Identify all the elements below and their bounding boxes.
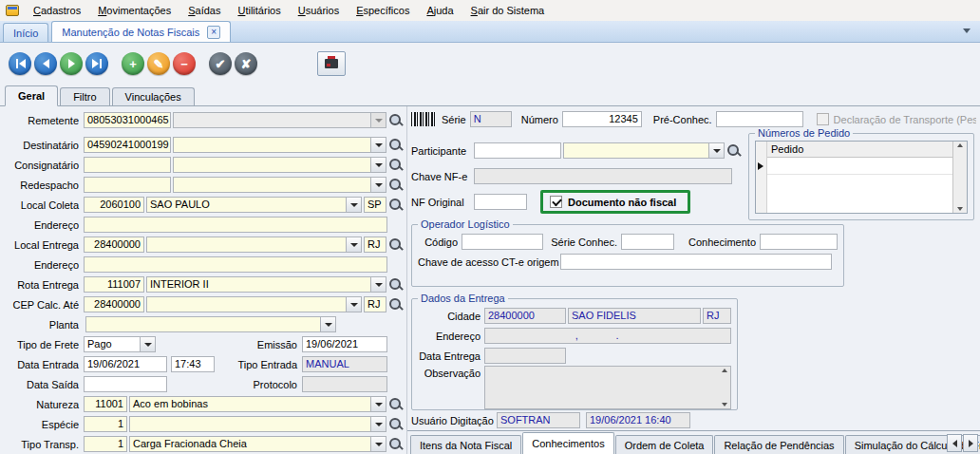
menu-cadastros[interactable]: Cadastros <box>25 2 89 19</box>
natureza-search-icon[interactable] <box>387 397 405 412</box>
emissao-input[interactable]: 19/06/2021 <box>302 336 387 352</box>
tipo-transp-code-input[interactable]: 1 <box>84 436 127 452</box>
menu-movimentacoes[interactable]: Movimentações <box>89 2 179 19</box>
data-entrada-date-input[interactable]: 19/06/2021 <box>84 356 167 372</box>
tabs-scroll-right-button[interactable] <box>963 434 978 452</box>
tipo-transp-combo[interactable]: Carga Fracionada Cheia <box>129 436 386 452</box>
natureza-code-input[interactable]: 11001 <box>84 396 127 412</box>
consignatario-combo[interactable] <box>173 157 386 173</box>
data-entrada-time-input[interactable]: 17:43 <box>171 356 215 372</box>
especie-search-icon[interactable] <box>387 417 405 432</box>
edit-record-button[interactable]: ✎ <box>147 52 170 75</box>
menu-usuarios[interactable]: Usuários <box>290 2 348 19</box>
conhecimento-input[interactable] <box>760 234 838 250</box>
rota-entrega-combo-arrow-icon[interactable] <box>370 277 386 292</box>
natureza-combo[interactable]: Aco em bobinas <box>129 396 386 412</box>
obs-scroll-up-icon[interactable] <box>722 369 727 372</box>
redespacho-combo[interactable] <box>173 177 386 193</box>
consignatario-search-icon[interactable] <box>387 158 405 173</box>
local-coleta-search-icon[interactable] <box>387 198 405 213</box>
pedido-grid[interactable]: Pedido <box>755 141 968 214</box>
data-saida-input[interactable] <box>84 376 167 392</box>
rota-entrega-search-icon[interactable] <box>387 277 405 293</box>
planta-combo[interactable] <box>85 316 336 332</box>
remetente-code-input[interactable]: 08053031000465 <box>84 112 171 128</box>
tab-inicio[interactable]: Início <box>3 23 48 42</box>
chave-cte-input[interactable] <box>560 254 832 270</box>
tab-conhecimentos[interactable]: Conhecimentos <box>522 432 613 454</box>
local-entrega-search-icon[interactable] <box>387 237 405 253</box>
pre-conhec-input[interactable] <box>716 111 803 127</box>
doc-nao-fiscal-checkbox[interactable] <box>550 196 562 208</box>
redespacho-combo-arrow-icon[interactable] <box>370 178 386 192</box>
tab-itens-da-nota-fiscal[interactable]: Itens da Nota Fiscal <box>410 435 521 454</box>
local-coleta-code-input[interactable]: 2060100 <box>84 197 144 213</box>
endereco-coleta-input[interactable] <box>84 217 387 233</box>
tipo-frete-combo[interactable]: Pago <box>84 336 156 352</box>
observacao-scrollbar[interactable] <box>718 367 730 408</box>
tab-ordem-de-coleta[interactable]: Ordem de Coleta <box>615 435 714 454</box>
insert-record-button[interactable]: + <box>122 52 144 75</box>
confirm-button[interactable]: ✔ <box>209 52 232 75</box>
destinatario-code-input[interactable]: 04590241000199 <box>84 137 171 153</box>
tab-manutencao-notas-fiscais[interactable]: Manutenção de Notas Fiscais × <box>51 21 231 42</box>
participante-combo-arrow-icon[interactable] <box>708 143 724 158</box>
delete-record-button[interactable]: − <box>173 52 196 75</box>
pedido-row[interactable] <box>767 158 952 175</box>
scroll-down-icon[interactable] <box>957 207 963 211</box>
rota-entrega-code-input[interactable]: 111007 <box>84 276 144 293</box>
especie-code-input[interactable]: 1 <box>84 416 127 432</box>
local-entrega-uf-input[interactable]: RJ <box>364 236 386 253</box>
especie-combo[interactable] <box>129 416 386 432</box>
local-entrega-code-input[interactable]: 28400000 <box>84 236 144 253</box>
menu-especificos[interactable]: Específicos <box>348 2 418 19</box>
subtab-vinculacoes[interactable]: Vinculações <box>112 87 195 105</box>
subtab-geral[interactable]: Geral <box>5 85 58 106</box>
first-record-button[interactable] <box>9 52 31 75</box>
rota-entrega-combo[interactable]: INTERIOR II <box>146 276 386 293</box>
participante-code-input[interactable] <box>474 142 561 159</box>
local-coleta-combo-arrow-icon[interactable] <box>346 198 361 212</box>
decl-transporte-checkbox[interactable] <box>817 113 829 125</box>
local-coleta-combo[interactable]: SAO PAULO <box>146 197 362 213</box>
participante-search-icon[interactable] <box>726 143 743 159</box>
menu-saidas[interactable]: Saídas <box>179 2 229 19</box>
consignatario-combo-arrow-icon[interactable] <box>370 158 386 172</box>
nf-original-input[interactable] <box>474 194 527 210</box>
cancel-button[interactable]: ✘ <box>235 52 257 75</box>
cep-calc-ate-combo[interactable] <box>146 296 362 312</box>
tipo-transp-search-icon[interactable] <box>387 437 405 452</box>
scroll-up-icon[interactable] <box>957 143 963 147</box>
tipo-frete-combo-arrow-icon[interactable] <box>140 337 155 351</box>
menu-ajuda[interactable]: Ajuda <box>418 2 462 19</box>
especie-combo-arrow-icon[interactable] <box>370 417 386 431</box>
numero-input[interactable]: 12345 <box>562 111 642 127</box>
redespacho-search-icon[interactable] <box>387 178 405 193</box>
local-entrega-combo[interactable] <box>146 236 362 253</box>
last-record-button[interactable] <box>85 52 108 75</box>
pedido-column-header[interactable]: Pedido <box>767 142 952 158</box>
destinatario-combo-arrow-icon[interactable] <box>370 138 386 152</box>
local-coleta-uf-input[interactable]: SP <box>364 197 386 213</box>
obs-scroll-down-icon[interactable] <box>722 403 727 407</box>
print-button[interactable] <box>317 51 346 76</box>
participante-combo[interactable] <box>563 142 725 159</box>
next-record-button[interactable] <box>60 52 83 75</box>
endereco-entrega-input[interactable] <box>84 256 387 273</box>
tab-relacao-de-pendencias[interactable]: Relação de Pendências <box>714 435 843 454</box>
destinatario-combo[interactable] <box>173 137 386 153</box>
tabs-scroll-left-button[interactable] <box>947 434 962 452</box>
codigo-input[interactable] <box>462 234 543 250</box>
cep-calc-ate-code-input[interactable]: 28400000 <box>84 296 144 312</box>
cep-calc-ate-combo-arrow-icon[interactable] <box>346 297 361 312</box>
consignatario-code-input[interactable] <box>84 157 171 173</box>
close-tab-icon[interactable]: × <box>207 26 220 39</box>
redespacho-code-input[interactable] <box>84 177 171 193</box>
pedido-scrollbar[interactable] <box>952 142 967 213</box>
subtab-filtro[interactable]: Filtro <box>60 87 109 105</box>
destinatario-search-icon[interactable] <box>387 138 405 153</box>
tipo-transp-combo-arrow-icon[interactable] <box>370 437 386 451</box>
cep-calc-ate-uf-input[interactable]: RJ <box>364 296 386 312</box>
cep-calc-ate-search-icon[interactable] <box>387 297 405 312</box>
natureza-combo-arrow-icon[interactable] <box>370 397 386 411</box>
